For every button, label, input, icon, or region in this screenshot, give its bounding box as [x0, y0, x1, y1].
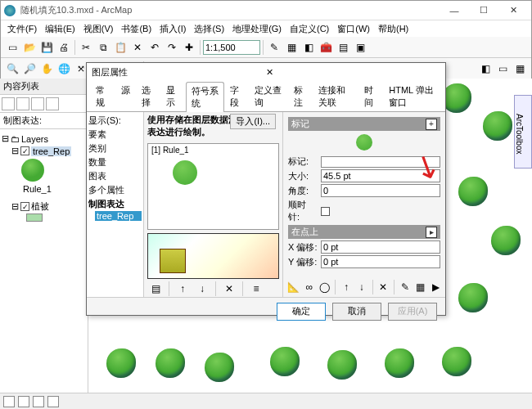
play-icon[interactable]: ▦ — [414, 279, 427, 295]
show-representation[interactable]: 制图表达 — [88, 197, 142, 211]
catalog-icon[interactable]: ◧ — [300, 39, 317, 56]
move-down-icon[interactable]: ↓ — [194, 281, 210, 297]
sym-up-icon[interactable]: ↑ — [340, 279, 353, 295]
save-icon[interactable]: 💾 — [38, 39, 55, 56]
window-title: 随机填充10.3.mxd - ArcMap — [20, 4, 440, 16]
toc-source-icon[interactable] — [16, 97, 29, 110]
toc-tree: ⊟🗀Layers ⊟✓tree_Rep Rule_1 ⊟✓植被 — [0, 129, 88, 225]
print-icon[interactable]: 🖨 — [56, 39, 72, 56]
draw-icon[interactable]: ▭ — [494, 61, 511, 77]
undo-icon[interactable]: ↶ — [147, 39, 163, 56]
arctoolbox-tab[interactable]: ArcToolbox — [514, 95, 532, 169]
maximize-button[interactable]: ☐ — [469, 2, 498, 19]
toc-vis-icon[interactable] — [31, 97, 44, 110]
show-multiattr[interactable]: 多个属性 — [88, 183, 142, 197]
toc-list-icon[interactable] — [2, 97, 15, 110]
close-button[interactable]: ✕ — [498, 2, 528, 19]
onpoint-toggle-icon[interactable]: ▸ — [426, 227, 437, 238]
sym-down-icon[interactable]: ↓ — [355, 279, 368, 295]
menu-view[interactable]: 视图(V) — [80, 21, 117, 37]
yoffset-input[interactable] — [321, 255, 440, 268]
angle-input[interactable] — [321, 184, 440, 197]
xoffset-input[interactable] — [321, 240, 440, 254]
zoomin-icon[interactable]: 🔍 — [4, 61, 20, 77]
tab-label[interactable]: 标注 — [288, 81, 313, 111]
units-icon[interactable]: 📐 — [286, 279, 300, 295]
next-icon[interactable]: ▶ — [429, 279, 442, 295]
sym-del-icon[interactable]: ✕ — [376, 279, 390, 295]
menu-custom[interactable]: 自定义(C) — [286, 21, 332, 37]
rule-list[interactable]: [1] Rule_1 — [147, 143, 279, 230]
minimize-button[interactable]: — — [440, 2, 469, 19]
tab-symbology[interactable]: 符号系统 — [186, 82, 224, 112]
xoffset-label: X 偏移: — [288, 241, 318, 254]
menu-geo[interactable]: 地理处理(G) — [229, 21, 285, 37]
menu-file[interactable]: 文件(F) — [4, 21, 40, 37]
model-icon[interactable]: ▣ — [352, 39, 368, 56]
add-layer-icon[interactable]: + — [426, 119, 437, 130]
tab-fields[interactable]: 字段 — [224, 81, 250, 111]
tab-selection[interactable]: 选择 — [136, 81, 161, 111]
import-button[interactable]: 导入(I)... — [230, 114, 276, 129]
new-icon[interactable]: ▭ — [4, 39, 20, 56]
python-icon[interactable]: ▤ — [335, 39, 351, 56]
menu-select[interactable]: 选择(S) — [191, 21, 228, 37]
data-view-icon[interactable] — [3, 396, 15, 407]
delete-icon[interactable]: ✕ — [129, 39, 146, 56]
marker-picker[interactable] — [321, 156, 440, 168]
size-input[interactable] — [321, 169, 440, 182]
pause-icon[interactable] — [47, 396, 59, 407]
open-icon[interactable]: 📂 — [21, 39, 38, 56]
cut-icon[interactable]: ✂ — [78, 39, 94, 56]
paste-icon[interactable]: 📋 — [112, 39, 128, 56]
menu-bookmark[interactable]: 书签(B) — [118, 21, 155, 37]
rule-menu-icon[interactable]: ≡ — [248, 281, 264, 297]
layout-view-icon[interactable] — [18, 396, 29, 407]
fullextent-icon[interactable]: 🌐 — [56, 61, 72, 77]
tab-time[interactable]: 时间 — [358, 81, 384, 111]
toc-layers[interactable]: ⊟🗀Layers — [2, 133, 86, 145]
circle-icon[interactable]: ◯ — [318, 279, 331, 295]
redo-icon[interactable]: ↷ — [164, 39, 180, 56]
toc-tree-rep[interactable]: ⊟✓tree_Rep — [2, 145, 86, 157]
georef-icon[interactable]: ◧ — [477, 61, 494, 77]
tab-join[interactable]: 连接和关联 — [313, 81, 358, 111]
cancel-button[interactable]: 取消 — [332, 303, 381, 321]
table-icon[interactable]: ▦ — [283, 39, 300, 56]
clockwise-checkbox[interactable] — [321, 207, 330, 216]
eyedrop-icon[interactable]: ✎ — [399, 279, 412, 295]
tab-display[interactable]: 显示 — [160, 81, 186, 111]
layout-icon[interactable]: ▦ — [512, 61, 528, 77]
delete-rule-icon[interactable]: ✕ — [221, 281, 237, 297]
toc-veg[interactable]: ⊟✓植被 — [2, 200, 86, 213]
menu-help[interactable]: 帮助(H) — [375, 21, 412, 37]
show-charts[interactable]: 图表 — [88, 169, 142, 183]
link-icon[interactable]: ∞ — [303, 279, 316, 295]
ok-button[interactable]: 确定 — [277, 303, 326, 321]
show-quantities[interactable]: 数量 — [88, 155, 142, 169]
toolbox-icon[interactable]: 🧰 — [318, 39, 334, 56]
copy-icon[interactable]: ⧉ — [95, 39, 111, 56]
tab-html[interactable]: HTML 弹出窗口 — [383, 81, 442, 111]
show-categories[interactable]: 类别 — [88, 142, 142, 155]
menu-insert[interactable]: 插入(I) — [156, 21, 189, 37]
editor-icon[interactable]: ✎ — [266, 39, 282, 56]
tab-general[interactable]: 常规 — [90, 81, 115, 111]
layer-mode-icon[interactable]: ▤ — [147, 281, 164, 297]
menu-edit[interactable]: 编辑(E) — [42, 21, 79, 37]
add-data-icon[interactable]: ✚ — [181, 39, 197, 56]
apply-button[interactable]: 应用(A) — [388, 303, 437, 321]
tab-source[interactable]: 源 — [115, 81, 136, 111]
refresh-icon[interactable] — [33, 396, 44, 407]
menu-window[interactable]: 窗口(W) — [334, 21, 373, 37]
toc-sel-icon[interactable] — [46, 97, 59, 110]
move-up-icon[interactable]: ↑ — [174, 281, 191, 297]
dialog-close-icon[interactable]: ✕ — [266, 67, 440, 78]
tab-defquery[interactable]: 定义查询 — [249, 81, 287, 111]
show-features[interactable]: 要素 — [88, 128, 142, 142]
scale-input[interactable] — [203, 40, 260, 55]
pan-icon[interactable]: ✋ — [38, 61, 55, 77]
toc-rule[interactable]: Rule_1 — [2, 183, 86, 195]
show-rep-item[interactable]: tree_Rep — [95, 211, 142, 221]
zoomout-icon[interactable]: 🔎 — [21, 61, 38, 77]
